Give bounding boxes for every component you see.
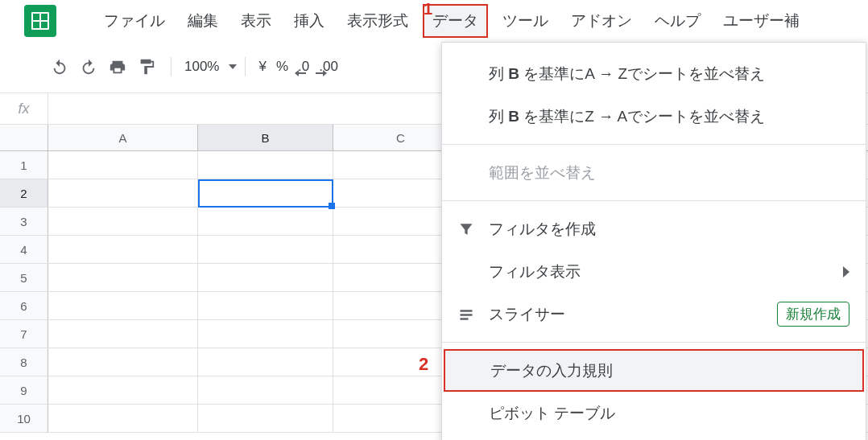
- data-menu-dropdown: 列 B を基準にA → Zでシートを並べ替え 列 B を基準にZ → Aでシート…: [441, 42, 866, 440]
- cell[interactable]: [198, 236, 333, 263]
- menu-addons[interactable]: アドオン: [563, 6, 640, 36]
- menubar: ファイル 編集 表示 挿入 表示形式 データ ツール アドオン ヘルプ ユーザー…: [0, 0, 868, 42]
- cell[interactable]: [48, 292, 198, 319]
- menu-insert[interactable]: 挿入: [286, 6, 333, 36]
- menu-separator: [442, 200, 866, 201]
- menu-format[interactable]: 表示形式: [339, 6, 416, 36]
- paint-format-icon: [138, 58, 155, 76]
- cell[interactable]: [48, 264, 198, 291]
- cell[interactable]: [48, 236, 198, 263]
- menu-filter-views[interactable]: フィルタ表示: [442, 250, 866, 293]
- row-header[interactable]: 4: [0, 236, 48, 263]
- toolbar-separator: [245, 57, 246, 76]
- format-percent-button[interactable]: %: [271, 59, 293, 75]
- menu-pivot-table[interactable]: ピボット テーブル: [442, 392, 866, 434]
- cell[interactable]: [48, 151, 198, 179]
- row-header[interactable]: 7: [0, 320, 48, 347]
- cell[interactable]: [198, 320, 333, 347]
- row-header[interactable]: 10: [0, 405, 48, 432]
- right-arrow-icon: [316, 70, 327, 76]
- menu-accessibility[interactable]: ユーザー補: [715, 6, 808, 36]
- row-header[interactable]: 9: [0, 376, 48, 404]
- cell[interactable]: [48, 405, 198, 432]
- menu-create-filter[interactable]: フィルタを作成: [442, 208, 866, 250]
- row-header[interactable]: 1: [0, 151, 48, 179]
- caret-down-icon: [229, 64, 237, 69]
- row-header[interactable]: 3: [0, 208, 48, 235]
- cell[interactable]: [198, 264, 333, 291]
- redo-button[interactable]: [76, 54, 101, 80]
- row-header[interactable]: 6: [0, 292, 48, 319]
- menu-sort-sheet-az-label: 列 B を基準にA → Zでシートを並べ替え: [489, 64, 849, 84]
- cell[interactable]: [198, 179, 333, 207]
- column-header-b[interactable]: B: [198, 125, 333, 150]
- left-arrow-icon: [295, 70, 306, 76]
- menu-separator: [442, 144, 866, 145]
- menu-sort-sheet-za-label: 列 B を基準にZ → Aでシートを並べ替え: [489, 106, 849, 127]
- cell[interactable]: [198, 151, 333, 179]
- redo-icon: [80, 58, 97, 76]
- cell[interactable]: [198, 208, 333, 235]
- format-currency-button[interactable]: ¥: [254, 59, 271, 75]
- cell[interactable]: [48, 320, 198, 347]
- row-header[interactable]: 2: [0, 179, 48, 207]
- menu-data[interactable]: データ: [423, 4, 488, 38]
- fx-label: fx: [0, 93, 48, 124]
- menu-help[interactable]: ヘルプ: [647, 6, 709, 36]
- select-all-corner[interactable]: [0, 125, 48, 150]
- cell[interactable]: [198, 376, 333, 404]
- menu-edit[interactable]: 編集: [180, 6, 226, 36]
- decrease-decimal-button[interactable]: .0: [293, 59, 314, 75]
- app-icon-sheets[interactable]: [24, 5, 56, 37]
- cell[interactable]: [48, 376, 198, 404]
- row-header[interactable]: 5: [0, 264, 48, 291]
- print-button[interactable]: [105, 54, 130, 80]
- menu-sort-sheet-za[interactable]: 列 B を基準にZ → Aでシートを並べ替え: [442, 95, 866, 138]
- menu-tools[interactable]: ツール: [494, 6, 556, 36]
- cell[interactable]: [198, 405, 333, 432]
- cell[interactable]: [198, 292, 333, 319]
- increase-decimal-button[interactable]: .00: [314, 59, 343, 75]
- row-header[interactable]: 8: [0, 348, 48, 376]
- paint-format-button[interactable]: [134, 54, 159, 80]
- cell[interactable]: [198, 348, 333, 376]
- menu-sort-sheet-az[interactable]: 列 B を基準にA → Zでシートを並べ替え: [442, 52, 866, 95]
- menu-separator: [442, 342, 866, 343]
- cell[interactable]: [48, 179, 198, 207]
- menu-view[interactable]: 表示: [233, 6, 279, 36]
- menu-slicer[interactable]: スライサー 新規作成: [442, 293, 866, 335]
- filter-icon: [458, 221, 489, 237]
- print-icon: [109, 58, 126, 76]
- submenu-arrow-icon: [843, 266, 849, 278]
- new-badge: 新規作成: [777, 302, 849, 327]
- zoom-dropdown[interactable]: 100%: [180, 59, 237, 75]
- cell[interactable]: [48, 208, 198, 235]
- annotation-callout-2: 2: [419, 354, 428, 375]
- menu-file[interactable]: ファイル: [96, 6, 173, 36]
- cell[interactable]: [48, 348, 198, 376]
- slicer-icon: [458, 306, 489, 323]
- menu-data-validation[interactable]: データの入力規則: [444, 349, 864, 392]
- annotation-callout-1: 1: [424, 0, 432, 19]
- toolbar-separator: [171, 57, 172, 76]
- zoom-value: 100%: [180, 59, 224, 75]
- undo-button[interactable]: [47, 54, 72, 80]
- column-header-a[interactable]: A: [48, 125, 198, 150]
- menu-sort-range: 範囲を並べ替え: [442, 151, 866, 194]
- undo-icon: [51, 58, 68, 76]
